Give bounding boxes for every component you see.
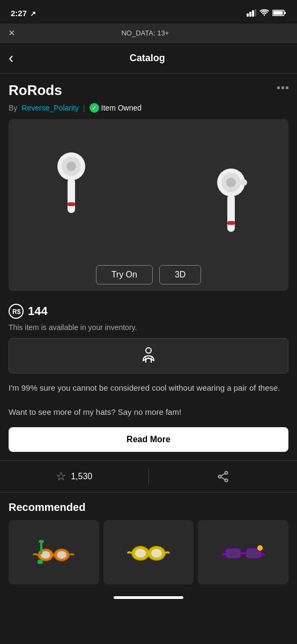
inventory-text: This item is available in your inventory… (0, 321, 297, 338)
recommended-item-2[interactable] (103, 520, 194, 584)
star-icon: ☆ (56, 470, 66, 484)
dot-icon (281, 86, 284, 89)
svg-point-16 (226, 178, 236, 187)
svg-rect-14 (227, 194, 235, 232)
wifi-icon (259, 9, 269, 17)
airpod-right-image (211, 167, 251, 243)
more-options-button[interactable] (277, 82, 288, 89)
share-icon (217, 470, 229, 483)
dot-icon (286, 86, 288, 89)
svg-point-36 (151, 549, 162, 558)
bottom-bar (0, 589, 297, 607)
svg-rect-3 (255, 9, 256, 17)
creator-link[interactable]: Reverse_Polarity (21, 104, 79, 112)
svg-point-21 (218, 475, 221, 478)
read-more-button[interactable]: Read More (9, 427, 288, 452)
svg-point-35 (135, 549, 146, 558)
svg-rect-42 (247, 550, 260, 557)
by-label: By (9, 104, 17, 112)
page-title: Catalog (22, 53, 272, 64)
owned-check-icon: ✓ (90, 103, 99, 113)
recommended-item-1[interactable] (9, 520, 99, 584)
status-icons (247, 9, 286, 17)
signal-icon (247, 9, 256, 17)
svg-point-20 (225, 471, 227, 474)
wear-button[interactable] (9, 338, 288, 374)
notification-bar: × NO_DATA: 13+ (0, 24, 297, 43)
status-bar: 2:27 ↗ (0, 0, 297, 24)
svg-text:R$: R$ (12, 308, 21, 316)
svg-line-24 (221, 477, 225, 479)
svg-rect-41 (227, 550, 240, 557)
location-icon: ↗ (30, 10, 36, 18)
battery-icon (272, 9, 286, 17)
svg-rect-0 (247, 13, 249, 17)
item-description: I'm 99% sure you cannot be considered co… (0, 382, 297, 423)
item-meta: By Reverse_Polarity | ✓ Item Owned (0, 103, 297, 119)
svg-line-23 (221, 473, 225, 475)
item-image-container: Try On 3D (9, 119, 288, 291)
svg-point-17 (241, 179, 247, 186)
price-amount: 144 (28, 304, 48, 318)
home-indicator (114, 596, 183, 599)
stats-bar: ☆ 1,530 (0, 460, 297, 493)
price-section: R$ 144 (0, 299, 297, 321)
svg-point-22 (225, 479, 227, 481)
svg-point-28 (57, 551, 66, 559)
airpod-left-image (51, 151, 92, 221)
svg-point-11 (66, 162, 76, 171)
svg-rect-30 (40, 541, 42, 554)
svg-rect-9 (68, 178, 75, 213)
status-time: 2:27 ↗ (11, 9, 36, 18)
try-on-button[interactable]: Try On (96, 265, 153, 284)
svg-rect-1 (249, 12, 251, 17)
back-button[interactable]: ‹ (9, 49, 22, 67)
svg-rect-32 (38, 560, 43, 564)
svg-rect-10 (68, 202, 75, 206)
robux-icon: R$ (9, 304, 24, 319)
notification-text: NO_DATA: 13+ (121, 29, 169, 37)
image-buttons: Try On 3D (90, 259, 208, 291)
three-d-button[interactable]: 3D (159, 265, 201, 284)
item-image-area (9, 119, 288, 259)
recommended-section: Recommended (0, 493, 297, 584)
nav-bar: ‹ Catalog (0, 43, 297, 74)
share-stat[interactable] (149, 470, 298, 483)
meta-separator: | (83, 104, 85, 112)
svg-rect-6 (273, 11, 283, 15)
item-header: RoRods (0, 74, 297, 103)
favorites-count: 1,530 (71, 472, 92, 481)
svg-point-47 (258, 546, 262, 550)
dot-icon (277, 86, 280, 89)
owned-label: Item Owned (101, 104, 142, 112)
svg-rect-2 (252, 10, 254, 17)
item-owned-badge: ✓ Item Owned (90, 103, 142, 113)
svg-rect-38 (146, 551, 151, 555)
svg-point-31 (39, 540, 44, 543)
svg-rect-29 (53, 554, 55, 556)
svg-point-19 (146, 348, 151, 353)
recommended-item-3[interactable] (198, 520, 288, 584)
close-button[interactable]: × (9, 27, 15, 39)
recommended-title: Recommended (9, 501, 288, 514)
recommended-grid (9, 520, 288, 584)
svg-rect-15 (227, 221, 235, 225)
item-title: RoRods (9, 82, 62, 99)
wear-icon (139, 346, 158, 365)
svg-rect-5 (284, 12, 286, 14)
favorites-stat[interactable]: ☆ 1,530 (0, 470, 148, 484)
